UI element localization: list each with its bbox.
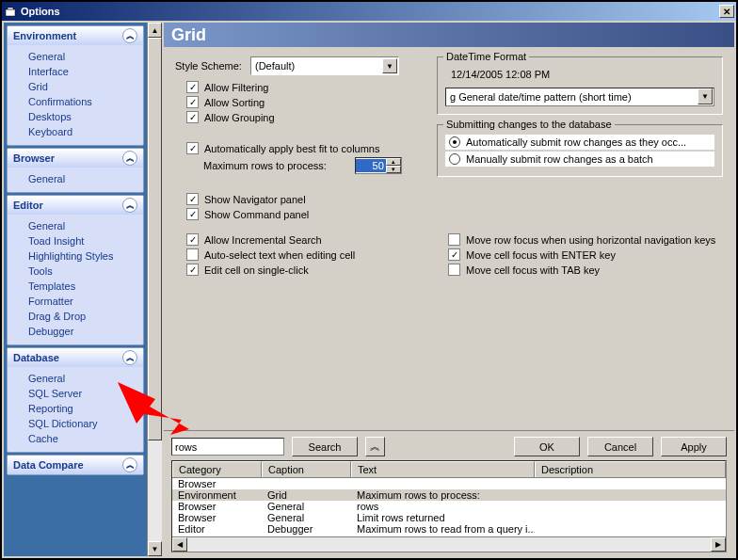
table-cell: rows	[351, 501, 535, 512]
col-category[interactable]: Category	[172, 461, 262, 477]
sidebar-scrollbar[interactable]: ▲ ▼	[147, 23, 162, 556]
table-row[interactable]: EditorDebuggerMaximum rows to read from …	[172, 523, 726, 535]
chevron-up-icon[interactable]: ︽	[122, 457, 137, 472]
checkbox[interactable]	[186, 248, 199, 261]
max-rows-spinner[interactable]: ▲▼	[355, 157, 402, 174]
scroll-up-icon[interactable]: ▲	[148, 23, 162, 38]
close-button[interactable]: ✕	[719, 5, 734, 18]
max-rows-label: Maximum rows to process:	[203, 160, 327, 171]
search-button[interactable]: Search	[292, 437, 358, 456]
col-description[interactable]: Description	[535, 461, 726, 477]
sidebar-item-templates[interactable]: Templates	[8, 279, 143, 294]
table-row[interactable]: BrowserGeneralrows	[172, 501, 726, 512]
titlebar[interactable]: Options ✕	[2, 2, 736, 21]
results-body[interactable]: BrowserEnvironmentGridMaximum rows to pr…	[172, 478, 726, 536]
sidebar-item-desktops[interactable]: Desktops	[8, 109, 143, 124]
checkbox[interactable]: ✓	[448, 248, 460, 261]
main-panel: Grid Style Scheme: (Default) ▼ ✓Allow Fi…	[164, 23, 734, 556]
table-cell: Browser	[172, 512, 262, 523]
chevron-down-icon[interactable]: ▼	[382, 58, 397, 73]
table-cell: Editor	[172, 523, 262, 535]
sidebar-item-highlighting[interactable]: Highlighting Styles	[8, 248, 143, 264]
panel-title: Data Compare	[13, 459, 84, 471]
sidebar-item-grid[interactable]: Grid	[8, 79, 143, 94]
sidebar-item-keyboard[interactable]: Keyboard	[8, 124, 143, 139]
results-hscroll[interactable]: ◀ ▶	[172, 536, 726, 552]
panel-header-editor[interactable]: Editor ︽	[8, 196, 143, 215]
radio-auto-submit[interactable]: Automatically submit row changes as they…	[445, 135, 714, 150]
scroll-thumb[interactable]	[148, 38, 162, 440]
table-cell: Grid	[262, 489, 351, 501]
panel-title: Editor	[13, 200, 43, 211]
panel-header-browser[interactable]: Browser ︽	[8, 149, 143, 168]
sidebar-item-interface[interactable]: Interface	[8, 64, 143, 79]
panel-header-environment[interactable]: Environment ︽	[8, 26, 143, 45]
collapse-button[interactable]: ︽	[365, 437, 385, 456]
table-row[interactable]: BrowserGeneralLimit rows returned	[172, 512, 726, 523]
checkbox[interactable]: ✓	[186, 193, 199, 205]
col-text[interactable]: Text	[351, 461, 535, 477]
chevron-down-icon[interactable]: ▼	[698, 88, 713, 104]
sidebar-item-confirmations[interactable]: Confirmations	[8, 94, 143, 109]
checkbox[interactable]: ✓	[186, 142, 199, 154]
checkbox[interactable]: ✓	[186, 208, 199, 220]
sidebar-item-drag-drop[interactable]: Drag & Drop	[8, 309, 143, 324]
bottom-bar: Search ︽ OK Cancel Apply	[164, 430, 734, 460]
radio-icon[interactable]	[449, 153, 460, 165]
table-cell	[535, 501, 726, 512]
sidebar-item-editor-general[interactable]: General	[8, 218, 143, 233]
style-scheme-select[interactable]: (Default) ▼	[250, 56, 399, 75]
chevron-up-icon[interactable]: ︽	[122, 350, 137, 365]
checkbox[interactable]: ✓	[186, 111, 199, 123]
datetime-format-select[interactable]: g General date/time pattern (short time)…	[445, 88, 714, 106]
panel-data-compare: Data Compare ︽	[7, 455, 144, 475]
ok-button[interactable]: OK	[514, 437, 580, 456]
scroll-down-icon[interactable]: ▼	[148, 541, 162, 556]
sidebar-item-reporting[interactable]: Reporting	[8, 401, 143, 416]
checkbox[interactable]	[448, 233, 460, 246]
move-row-horiz-label: Move row focus when using horizontal nav…	[466, 234, 715, 246]
radio-icon[interactable]	[449, 136, 460, 148]
table-row[interactable]: Browser	[172, 478, 726, 489]
sidebar-item-general[interactable]: General	[8, 49, 143, 64]
sidebar: Environment ︽ General Interface Grid Con…	[4, 23, 147, 556]
style-scheme-value: (Default)	[255, 60, 295, 72]
table-row[interactable]: EnvironmentGridMaximum rows to process:	[172, 489, 726, 501]
results-header: Category Caption Text Description	[172, 461, 726, 478]
col-caption[interactable]: Caption	[262, 461, 351, 477]
datetime-format-value: g General date/time pattern (short time)	[450, 91, 632, 103]
edit-single-click-label: Edit cell on single-click	[204, 264, 309, 276]
scroll-left-icon[interactable]: ◀	[172, 537, 187, 552]
panel-header-database[interactable]: Database ︽	[8, 348, 143, 367]
datetime-sample: 12/14/2005 12:08 PM	[445, 67, 714, 88]
apply-button[interactable]: Apply	[661, 437, 727, 456]
spin-down-icon[interactable]: ▼	[386, 166, 401, 173]
sidebar-item-browser-general[interactable]: General	[8, 171, 143, 186]
checkbox[interactable]: ✓	[186, 96, 199, 108]
sidebar-item-tools[interactable]: Tools	[8, 264, 143, 279]
table-cell	[535, 512, 726, 523]
scroll-right-icon[interactable]: ▶	[711, 537, 726, 552]
chevron-up-icon[interactable]: ︽	[122, 151, 137, 166]
chevron-up-icon[interactable]: ︽	[122, 198, 137, 213]
submit-group: Submitting changes to the database Autom…	[437, 124, 723, 177]
chevron-up-icon[interactable]: ︽	[122, 28, 137, 43]
sidebar-item-db-general[interactable]: General	[8, 371, 143, 386]
sidebar-item-cache[interactable]: Cache	[8, 431, 143, 446]
sidebar-item-sql-server[interactable]: SQL Server	[8, 386, 143, 401]
max-rows-input[interactable]	[356, 159, 386, 172]
sidebar-item-debugger[interactable]: Debugger	[8, 324, 143, 339]
spin-up-icon[interactable]: ▲	[386, 158, 401, 166]
radio-manual-submit[interactable]: Manually submit row changes as a batch	[445, 152, 714, 167]
sidebar-item-toad-insight[interactable]: Toad Insight	[8, 233, 143, 248]
sidebar-item-sql-dictionary[interactable]: SQL Dictionary	[8, 416, 143, 431]
checkbox[interactable]: ✓	[186, 264, 199, 276]
sidebar-item-formatter[interactable]: Formatter	[8, 294, 143, 309]
search-input[interactable]	[171, 438, 284, 456]
panel-header-data-compare[interactable]: Data Compare ︽	[8, 456, 143, 474]
submit-group-title: Submitting changes to the database	[443, 119, 615, 130]
checkbox[interactable]: ✓	[186, 81, 199, 93]
cancel-button[interactable]: Cancel	[587, 437, 653, 456]
checkbox[interactable]	[448, 264, 460, 276]
checkbox[interactable]: ✓	[186, 233, 199, 246]
